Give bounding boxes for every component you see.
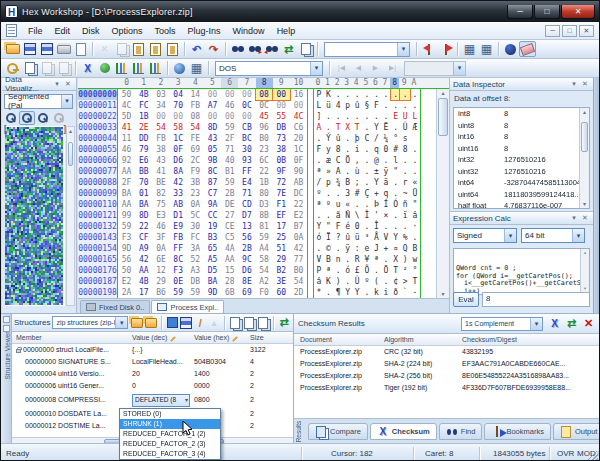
- hex-byte[interactable]: 2D: [290, 287, 307, 298]
- ascii-char[interactable]: .: [381, 221, 391, 232]
- histogram-icon[interactable]: [130, 60, 147, 76]
- results-tab-compare[interactable]: Compare: [308, 423, 368, 440]
- ascii-char[interactable]: .: [352, 89, 362, 100]
- sign-mode-select[interactable]: Signed▾: [453, 228, 517, 243]
- inspector-entry[interactable]: int168: [454, 131, 589, 143]
- ascii-char[interactable]: *: [314, 287, 324, 298]
- hex-byte[interactable]: 2C: [187, 155, 204, 166]
- panel-close-icon[interactable]: ✕: [63, 80, 73, 88]
- resize-grip[interactable]: [588, 451, 598, 461]
- hex-byte[interactable]: EF: [273, 210, 290, 221]
- dropdown-item[interactable]: SHRUNK (1): [120, 419, 220, 429]
- hex-byte[interactable]: CF: [135, 232, 152, 243]
- panel-pin-icon[interactable]: ▾: [569, 214, 579, 222]
- ascii-char[interactable]: n: [333, 254, 343, 265]
- hex-byte[interactable]: BE: [152, 177, 169, 188]
- ascii-char[interactable]: .: [362, 111, 372, 122]
- ascii-char[interactable]: .: [343, 89, 353, 100]
- hex-byte[interactable]: 59: [221, 122, 238, 133]
- hex-col-header[interactable]: 3: [170, 78, 187, 88]
- hex-col-header[interactable]: 10: [290, 78, 307, 88]
- hex-byte[interactable]: 81: [256, 221, 273, 232]
- checksum-row[interactable]: ProcessExplorer.zipTiger (192 bit)4F336D…: [294, 382, 600, 394]
- hex-byte[interactable]: 87: [204, 177, 221, 188]
- ascii-char[interactable]: ª: [314, 166, 324, 177]
- mdi-minimize-button[interactable]: ─: [545, 25, 560, 37]
- hex-byte[interactable]: 04: [170, 89, 187, 100]
- ascii-char[interactable]: .: [343, 133, 353, 144]
- copy-a-icon[interactable]: [21, 60, 38, 76]
- panel-pin-icon[interactable]: ▾: [569, 80, 579, 88]
- hex-byte[interactable]: 59: [187, 287, 204, 298]
- hex-byte[interactable]: DE: [221, 199, 238, 210]
- hex-byte[interactable]: 50: [118, 89, 135, 100]
- ascii-char[interactable]: .: [343, 144, 353, 155]
- ascii-char[interactable]: Y: [372, 177, 382, 188]
- close-button[interactable]: ✕: [561, 5, 595, 19]
- hex-byte[interactable]: 43: [204, 133, 221, 144]
- expression-code-editor[interactable]: QWord cnt = 0 ;for (QWord i=__getCaretPo…: [453, 248, 590, 295]
- hex-byte[interactable]: DC: [290, 188, 307, 199]
- hex-byte[interactable]: 71: [238, 188, 255, 199]
- ascii-char[interactable]: Y: [352, 287, 362, 298]
- ascii-char[interactable]: ð: [391, 287, 401, 298]
- hex-byte[interactable]: 3E: [273, 276, 290, 287]
- ascii-char[interactable]: .: [391, 100, 401, 111]
- hex-byte[interactable]: 93: [238, 155, 255, 166]
- ascii-char[interactable]: .: [362, 155, 372, 166]
- hex-byte[interactable]: 69: [187, 144, 204, 155]
- hex-byte[interactable]: 90: [290, 166, 307, 177]
- ascii-char[interactable]: ä: [381, 177, 391, 188]
- structure-row[interactable]: 00000008 COMPRESSI...DEFLATED (8▾08002: [12, 392, 293, 408]
- hex-byte[interactable]: AA: [118, 199, 135, 210]
- hex-byte[interactable]: 4B: [135, 276, 152, 287]
- hex-byte[interactable]: D6: [170, 155, 187, 166]
- ascii-char[interactable]: .: [362, 144, 372, 155]
- results-tab-checksum[interactable]: Checksum: [370, 423, 437, 440]
- ascii-char[interactable]: >: [400, 276, 410, 287]
- hex-byte[interactable]: AA: [135, 265, 152, 276]
- compression-combo[interactable]: DEFLATED (8▾: [132, 394, 190, 407]
- hex-byte[interactable]: B7: [290, 221, 307, 232]
- grid-2-icon[interactable]: [478, 41, 495, 57]
- wrench-icon[interactable]: [193, 316, 207, 330]
- hex-byte[interactable]: 46: [118, 144, 135, 155]
- stats-icon[interactable]: [113, 60, 130, 76]
- ascii-char[interactable]: ó: [314, 232, 324, 243]
- find-prev-icon[interactable]: [263, 41, 280, 57]
- ascii-char[interactable]: ;: [352, 177, 362, 188]
- hex-byte[interactable]: CB: [238, 122, 255, 133]
- ascii-char[interactable]: ¤: [391, 243, 401, 254]
- hex-byte[interactable]: 19: [204, 221, 221, 232]
- inspector-entry[interactable]: uint6418118039599124418..: [454, 189, 589, 201]
- hex-scrollbar[interactable]: ▴▾: [436, 89, 449, 298]
- hex-byte[interactable]: 0F: [170, 144, 187, 155]
- ascii-char[interactable]: 4: [333, 100, 343, 111]
- globe-icon[interactable]: [171, 60, 188, 76]
- hex-byte[interactable]: 00: [170, 111, 187, 122]
- hex-byte[interactable]: 00: [152, 111, 169, 122]
- ascii-char[interactable]: .: [314, 210, 324, 221]
- ascii-char[interactable]: .: [400, 100, 410, 111]
- hex-byte[interactable]: D6: [238, 265, 255, 276]
- hex-address[interactable]: 00000132: [78, 221, 118, 232]
- ascii-char[interactable]: Ë: [381, 122, 391, 133]
- results-tab-bookmarks[interactable]: Bookmarks: [484, 423, 551, 440]
- ascii-char[interactable]: V: [381, 232, 391, 243]
- ascii-char[interactable]: ): [333, 276, 343, 287]
- hex-byte[interactable]: 00: [238, 89, 255, 100]
- hex-byte[interactable]: 08: [187, 111, 204, 122]
- hex-byte[interactable]: 0C: [256, 100, 273, 111]
- hex-byte[interactable]: 3B: [187, 177, 204, 188]
- panel-close-icon[interactable]: ✕: [580, 80, 590, 88]
- hex-byte[interactable]: 2F: [221, 133, 238, 144]
- hex-byte[interactable]: D3: [256, 199, 273, 210]
- hex-byte[interactable]: 4C: [118, 100, 135, 111]
- hex-byte[interactable]: 43: [152, 155, 169, 166]
- ascii-char[interactable]: Õ: [362, 265, 372, 276]
- hex-byte[interactable]: 2B: [238, 243, 255, 254]
- ascii-char[interactable]: °: [410, 265, 420, 276]
- ascii-char[interactable]: C: [333, 155, 343, 166]
- hex-byte[interactable]: AB: [290, 177, 307, 188]
- ascii-char[interactable]: þ: [352, 133, 362, 144]
